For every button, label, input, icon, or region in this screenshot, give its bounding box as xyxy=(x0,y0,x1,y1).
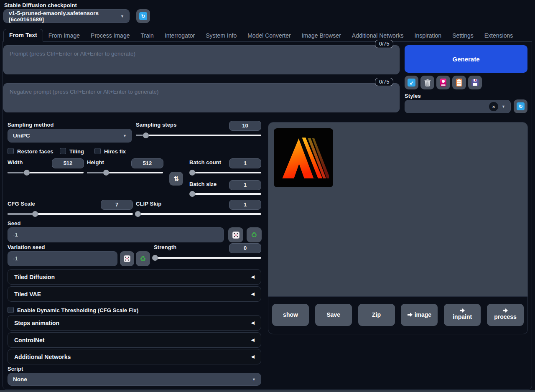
tab-train[interactable]: Train xyxy=(135,30,159,42)
accordion-steps-animation[interactable]: Steps animation ◀ xyxy=(8,315,261,331)
tab-from-image[interactable]: From Image xyxy=(43,30,85,42)
send-to-image-button[interactable]: image xyxy=(401,304,438,326)
extra-networks-icon xyxy=(440,79,446,87)
seed-label: Seed xyxy=(8,220,20,227)
seed-input[interactable]: -1 xyxy=(8,227,224,242)
main-tabs: From Text From Image Process Image Train… xyxy=(3,29,532,42)
script-value: None xyxy=(13,376,249,382)
show-button[interactable]: show xyxy=(272,304,309,326)
trash-icon xyxy=(424,79,431,87)
height-label: Height xyxy=(87,159,104,165)
cfg-scale-value[interactable]: 7 xyxy=(101,200,133,210)
batch-count-slider[interactable] xyxy=(190,169,261,176)
dice-icon xyxy=(124,255,130,262)
slider-handle[interactable] xyxy=(152,255,158,261)
tab-from-text[interactable]: From Text xyxy=(3,29,43,42)
styles-select[interactable]: × ▼ xyxy=(405,100,511,113)
paste-button[interactable]: ↙ xyxy=(405,76,418,89)
zip-button[interactable]: Zip xyxy=(358,304,395,326)
tiling-checkbox[interactable] xyxy=(60,148,66,154)
generated-image-logo xyxy=(278,132,329,183)
batch-size-label: Batch size xyxy=(189,181,217,187)
extra-networks-button[interactable] xyxy=(436,76,450,89)
restore-faces-label: Restore faces xyxy=(17,148,54,155)
collapse-arrow-icon: ◀ xyxy=(251,274,255,280)
refresh-icon: ↻ xyxy=(517,102,525,110)
width-slider[interactable] xyxy=(8,169,84,176)
apply-style-button[interactable] xyxy=(452,76,466,89)
generate-button[interactable]: Generate xyxy=(405,45,527,73)
dice-icon xyxy=(232,232,239,239)
output-thumbnail[interactable] xyxy=(274,128,333,187)
width-value[interactable]: 512 xyxy=(52,158,84,168)
styles-refresh-button[interactable]: ↻ xyxy=(514,99,527,113)
dynamic-thresholding-label: Enable Dynamic Thresholding (CFG Scale F… xyxy=(17,307,138,313)
tab-system-info[interactable]: System Info xyxy=(200,30,242,42)
prompt-token-counter: 0/75 xyxy=(375,40,393,48)
accordion-additional-networks[interactable]: Additional Networks ◀ xyxy=(8,349,261,364)
swap-dimensions-button[interactable]: ⇅ xyxy=(169,172,183,186)
save-style-button[interactable] xyxy=(468,76,482,89)
sampling-method-select[interactable]: UniPC ▼ xyxy=(8,129,132,143)
clip-skip-label: CLIP Skip xyxy=(136,201,161,207)
cfg-scale-slider[interactable] xyxy=(8,211,133,217)
checkpoint-refresh-button[interactable]: ↻ xyxy=(136,9,150,23)
checkpoint-select[interactable]: v1-5-pruned-emaonly.safetensors [6ce0161… xyxy=(3,9,130,23)
hires-fix-label: Hires fix xyxy=(104,148,126,155)
batch-size-value[interactable]: 1 xyxy=(229,180,261,190)
sampling-steps-slider[interactable] xyxy=(136,132,261,138)
accordion-tiled-vae[interactable]: Tiled VAE ◀ xyxy=(8,286,261,302)
sampling-steps-value[interactable]: 10 xyxy=(229,121,261,131)
tab-extensions[interactable]: Extensions xyxy=(479,30,518,42)
tab-inspiration[interactable]: Inspiration xyxy=(409,30,447,42)
strength-slider[interactable] xyxy=(154,255,261,261)
restore-faces-checkbox[interactable] xyxy=(8,148,14,154)
clip-skip-slider[interactable] xyxy=(136,211,261,217)
slider-handle[interactable] xyxy=(32,211,38,217)
save-button[interactable]: Save xyxy=(315,304,352,326)
batch-count-value[interactable]: 1 xyxy=(229,158,261,168)
tab-model-converter[interactable]: Model Converter xyxy=(242,30,296,42)
sampling-method-label: Sampling method xyxy=(8,122,54,128)
clear-styles-icon[interactable]: × xyxy=(489,102,498,111)
slider-handle[interactable] xyxy=(189,170,195,176)
output-gallery xyxy=(268,122,527,297)
tab-interrogator[interactable]: Interrogator xyxy=(159,30,200,42)
prompt-input[interactable] xyxy=(3,45,400,74)
footer-strip xyxy=(0,390,535,392)
reuse-variation-seed-button[interactable]: ♻ xyxy=(136,251,150,266)
random-seed-button[interactable] xyxy=(228,227,243,242)
slider-handle[interactable] xyxy=(135,211,141,217)
dynamic-thresholding-checkbox[interactable] xyxy=(8,307,14,313)
variation-seed-input[interactable]: -1 xyxy=(8,251,117,266)
strength-label: Strength xyxy=(154,244,176,250)
tab-image-browser[interactable]: Image Browser xyxy=(296,30,346,42)
send-to-inpaint-button[interactable]: inpaint xyxy=(444,304,481,326)
clip-skip-value[interactable]: 1 xyxy=(229,200,261,210)
hires-fix-checkbox[interactable] xyxy=(94,148,101,154)
chevron-down-icon: ▼ xyxy=(123,134,127,138)
slider-handle[interactable] xyxy=(143,132,149,138)
slider-handle[interactable] xyxy=(189,191,195,197)
clear-prompt-button[interactable] xyxy=(420,76,434,89)
strength-value[interactable]: 0 xyxy=(229,243,261,253)
results-actions: show Save Zip image inpaint process xyxy=(272,304,524,326)
save-style-icon xyxy=(471,79,479,86)
random-variation-seed-button[interactable] xyxy=(120,251,134,266)
apply-style-icon xyxy=(456,79,462,87)
negative-prompt-token-counter: 0/75 xyxy=(375,78,393,86)
tab-process-image[interactable]: Process Image xyxy=(85,30,135,42)
negative-prompt-input[interactable] xyxy=(3,83,400,112)
slider-handle[interactable] xyxy=(103,170,109,176)
batch-size-slider[interactable] xyxy=(190,191,261,197)
send-to-process-button[interactable]: process xyxy=(487,304,524,326)
script-select[interactable]: None ▼ xyxy=(8,373,261,386)
height-slider[interactable] xyxy=(87,169,163,176)
accordion-tiled-diffusion[interactable]: Tiled Diffusion ◀ xyxy=(8,269,261,285)
reuse-seed-button[interactable]: ♻ xyxy=(247,227,262,242)
slider-handle[interactable] xyxy=(24,170,30,176)
height-value[interactable]: 512 xyxy=(131,158,163,168)
accordion-controlnet[interactable]: ControlNet ◀ xyxy=(8,332,261,348)
tab-settings[interactable]: Settings xyxy=(447,30,479,42)
stable-diffusion-webui: Stable Diffusion checkpoint v1-5-pruned-… xyxy=(0,0,535,392)
